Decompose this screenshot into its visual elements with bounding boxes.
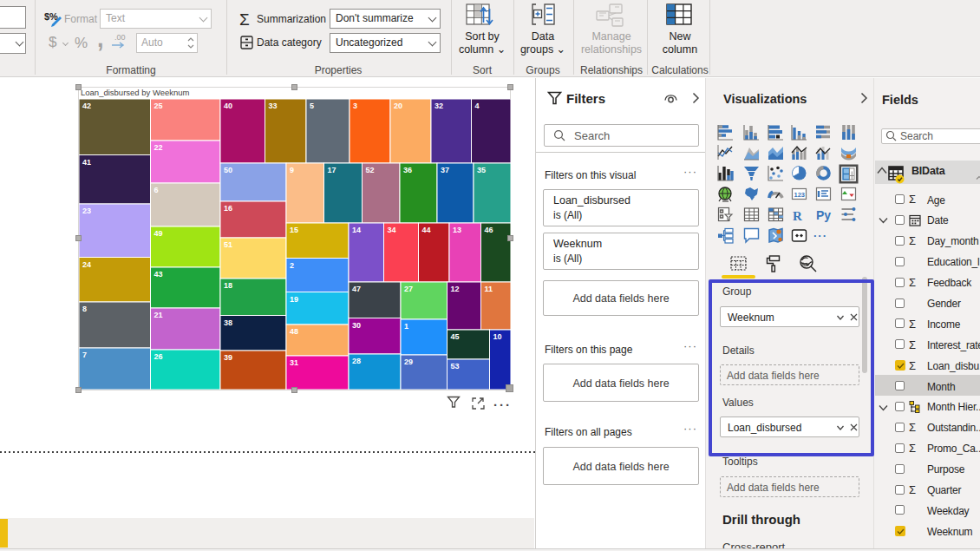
svg-text:39: 39 [224, 353, 232, 362]
svg-text:5: 5 [310, 102, 314, 110]
svg-text:29: 29 [404, 357, 413, 366]
svg-text:10: 10 [493, 332, 501, 341]
svg-text:25: 25 [154, 102, 162, 110]
svg-text:Py: Py [816, 208, 831, 222]
svg-text:38: 38 [224, 318, 232, 326]
svg-text:32: 32 [434, 102, 443, 110]
svg-text:40: 40 [224, 102, 232, 110]
svg-text:4: 4 [474, 102, 479, 110]
svg-text:16: 16 [224, 204, 232, 213]
svg-text:22: 22 [154, 143, 162, 152]
svg-text:17: 17 [327, 166, 336, 174]
svg-text:51: 51 [224, 240, 232, 249]
svg-text:46: 46 [484, 226, 493, 234]
svg-text:52: 52 [365, 166, 374, 174]
svg-text:34: 34 [387, 226, 395, 234]
svg-text:20: 20 [394, 102, 402, 110]
svg-text:42: 42 [82, 102, 91, 110]
svg-text:28: 28 [352, 357, 361, 365]
svg-text:8: 8 [82, 305, 87, 313]
svg-text:14: 14 [352, 226, 361, 234]
svg-text:26: 26 [154, 352, 162, 361]
svg-text:50: 50 [224, 166, 232, 174]
svg-text:53: 53 [450, 362, 459, 371]
svg-text:11: 11 [484, 285, 493, 293]
svg-text:31: 31 [290, 358, 298, 367]
svg-text:23: 23 [82, 207, 91, 215]
svg-text:3: 3 [353, 102, 357, 110]
svg-text:44: 44 [421, 226, 430, 234]
svg-text:24: 24 [82, 259, 91, 268]
svg-text:19: 19 [290, 294, 298, 303]
svg-text:···: ··· [813, 229, 827, 242]
svg-text:47: 47 [352, 285, 361, 293]
svg-text:9: 9 [290, 166, 294, 174]
svg-text:27: 27 [404, 285, 413, 293]
svg-text:49: 49 [154, 229, 162, 238]
svg-text:35: 35 [477, 166, 486, 174]
svg-text:45: 45 [450, 332, 459, 341]
svg-text:1: 1 [404, 322, 408, 331]
svg-text:30: 30 [352, 320, 361, 329]
svg-text:7: 7 [82, 351, 87, 359]
svg-text:37: 37 [441, 166, 449, 174]
svg-text:123: 123 [794, 191, 806, 199]
svg-text:43: 43 [154, 270, 162, 279]
svg-text:15: 15 [290, 226, 298, 234]
svg-text:21: 21 [154, 311, 162, 319]
svg-text:6: 6 [154, 186, 158, 194]
svg-text:41: 41 [82, 157, 91, 166]
svg-text:2: 2 [290, 260, 294, 269]
svg-text:36: 36 [403, 166, 412, 174]
svg-text:33: 33 [268, 102, 277, 110]
svg-text:13: 13 [453, 226, 461, 234]
svg-text:12: 12 [450, 285, 459, 293]
svg-text:48: 48 [290, 327, 298, 336]
svg-text:R: R [793, 209, 802, 223]
svg-text:18: 18 [224, 281, 232, 290]
